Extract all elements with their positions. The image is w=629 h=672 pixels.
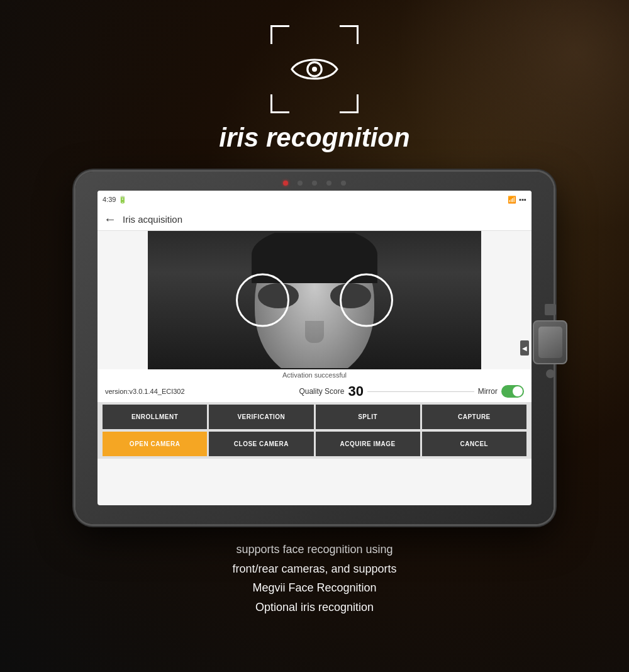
eye-circle-left xyxy=(236,274,289,327)
tablet-shell: 4:39 🔋 📶 ▪▪▪ ← Iris acquisition xyxy=(75,172,554,524)
desc-line-2: front/rear cameras, and supports xyxy=(232,559,396,579)
desc-line-1: supports face recognition using xyxy=(232,540,396,559)
fingerprint-inner xyxy=(538,327,562,358)
tablet-wrapper: 4:39 🔋 📶 ▪▪▪ ← Iris acquisition xyxy=(75,172,554,524)
battery-icon: 🔋 xyxy=(118,196,127,204)
page-title: iris recognition xyxy=(219,123,409,153)
led-dot-3 xyxy=(312,181,317,186)
svg-point-1 xyxy=(312,67,317,72)
verification-button[interactable]: VERIFICATION xyxy=(209,405,313,429)
app-bar: ← Iris acquisition xyxy=(97,208,532,231)
fingerprint-sensor xyxy=(533,320,567,364)
main-content: iris recognition 4:39 🔋 xyxy=(0,0,629,672)
acquire-image-button[interactable]: ACQUIRE IMAGE xyxy=(316,432,420,456)
activation-text: Activation successful xyxy=(97,369,532,381)
cancel-button[interactable]: CANCEL xyxy=(422,432,526,456)
led-dot-1 xyxy=(283,181,288,186)
mirror-toggle[interactable] xyxy=(501,385,524,398)
status-left: 4:39 🔋 xyxy=(103,196,127,204)
quality-row: version:v3.0.1.44_ECI302 Quality Score 3… xyxy=(97,381,532,402)
tablet-screen: 4:39 🔋 📶 ▪▪▪ ← Iris acquisition xyxy=(97,191,532,505)
top-section: iris recognition xyxy=(219,25,409,165)
status-bar: 4:39 🔋 📶 ▪▪▪ xyxy=(97,191,532,208)
desc-line-4: Optional iris recognition xyxy=(232,598,396,617)
eye-circle-right xyxy=(340,274,393,327)
wifi-icon: 📶 xyxy=(508,196,516,204)
led-dots xyxy=(283,181,346,186)
iris-icon-container xyxy=(270,25,359,113)
quality-score-label: Quality Score xyxy=(299,387,344,396)
signal-icon: ▪▪▪ xyxy=(519,196,526,203)
led-dot-4 xyxy=(326,181,331,186)
bracket-tr-icon xyxy=(340,25,359,44)
close-camera-button[interactable]: CLOSE CAMERA xyxy=(209,432,313,456)
mirror-label: Mirror xyxy=(478,387,498,396)
bracket-bl-icon xyxy=(270,94,289,113)
bracket-tl-icon xyxy=(270,25,289,44)
face-background xyxy=(148,231,481,369)
time-display: 4:39 xyxy=(103,196,116,203)
bottom-description: supports face recognition using front/re… xyxy=(106,540,522,617)
buttons-row-1: ENROLLMENT VERIFICATION SPLIT CAPTURE xyxy=(97,402,532,430)
led-dot-5 xyxy=(341,181,346,186)
side-button-top xyxy=(545,304,556,315)
side-button-bottom xyxy=(546,369,555,378)
activation-label: Activation successful xyxy=(282,371,347,379)
split-button[interactable]: SPLIT xyxy=(316,405,420,429)
eye-circles-overlay xyxy=(148,231,481,369)
eye-icon xyxy=(289,44,340,94)
capture-button[interactable]: CAPTURE xyxy=(422,405,526,429)
buttons-row-2: OPEN CAMERA CLOSE CAMERA ACQUIRE IMAGE C… xyxy=(97,430,532,459)
enrollment-button[interactable]: ENROLLMENT xyxy=(103,405,207,429)
nav-arrow[interactable]: ◀ xyxy=(520,340,529,356)
quality-score-value: 30 xyxy=(348,383,363,400)
desc-line-3: Megvii Face Recognition xyxy=(232,578,396,598)
quality-divider xyxy=(367,391,474,392)
status-right: 📶 ▪▪▪ xyxy=(508,196,526,204)
right-side-panel xyxy=(533,304,567,378)
led-dot-2 xyxy=(298,181,303,186)
version-label: version:v3.0.1.44_ECI302 xyxy=(105,388,185,395)
open-camera-button[interactable]: OPEN CAMERA xyxy=(103,432,207,456)
back-button[interactable]: ← xyxy=(104,212,116,227)
bracket-br-icon xyxy=(340,94,359,113)
app-bar-title: Iris acquisition xyxy=(123,214,182,225)
camera-preview xyxy=(148,231,481,369)
